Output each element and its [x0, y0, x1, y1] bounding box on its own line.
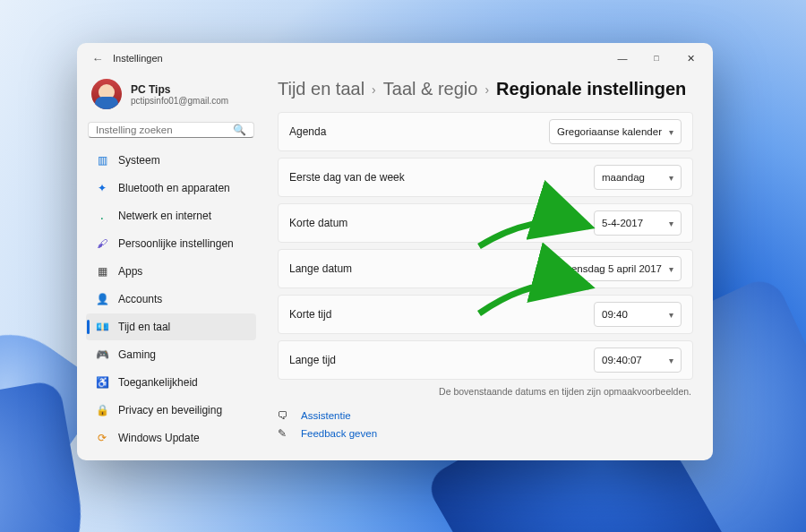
sidebar-item-apps[interactable]: ▦ Apps [86, 258, 256, 285]
dropdown-value: 09:40:07 [602, 355, 662, 365]
chevron-right-icon: › [484, 82, 489, 97]
sidebar-item-label: Apps [118, 265, 142, 278]
nav: ▥ Systeem ✦ Bluetooth en apparaten ꓸ Net… [86, 147, 256, 451]
grid-icon: ▦ [95, 265, 109, 278]
bluetooth-icon: ✦ [95, 182, 109, 194]
help-label: Feedback geven [301, 428, 377, 439]
row-long-date: Lange datum woensdag 5 april 2017 ▾ [278, 249, 693, 288]
chevron-down-icon: ▾ [669, 264, 673, 274]
minimize-button[interactable]: — [605, 46, 639, 71]
breadcrumb-current: Regionale instellingen [496, 79, 686, 99]
chevron-down-icon: ▾ [669, 219, 673, 228]
row-long-time: Lange tijd 09:40:07 ▾ [278, 340, 693, 380]
breadcrumb-language-region[interactable]: Taal & regio [383, 79, 478, 99]
chevron-right-icon: › [372, 82, 376, 97]
window-title: Instellingen [113, 53, 163, 64]
row-short-time: Korte tijd 09:40 ▾ [278, 295, 693, 334]
row-first-day: Eerste dag van de week maandag ▾ [278, 158, 693, 197]
sidebar-item-gaming[interactable]: 🎮 Gaming [86, 341, 256, 368]
dropdown-value: Gregoriaanse kalender [557, 126, 662, 137]
chevron-down-icon: ▾ [669, 310, 673, 320]
account-block[interactable]: PC Tips pctipsinfo01@gmail.com [86, 73, 256, 120]
account-email: pctipsinfo01@gmail.com [131, 96, 228, 106]
clock-globe-icon: 💶 [95, 321, 109, 333]
display-icon: ▥ [95, 154, 109, 167]
search-input[interactable] [96, 124, 233, 135]
format-note: De bovenstaande datums en tijden zijn op… [278, 386, 691, 397]
dropdown-value: 09:40 [602, 309, 662, 320]
maximize-button[interactable]: □ [639, 46, 673, 71]
sidebar-item-label: Systeem [118, 154, 160, 167]
assist-icon: 🗨 [278, 409, 292, 422]
back-button[interactable]: ← [88, 52, 107, 65]
dropdown-agenda[interactable]: Gregoriaanse kalender ▾ [549, 119, 682, 144]
sidebar-item-label: Netwerk en internet [118, 210, 211, 222]
sidebar-item-label: Gaming [118, 348, 156, 361]
row-label: Lange datum [289, 262, 550, 275]
avatar [91, 79, 122, 109]
shield-icon: 🔒 [95, 404, 109, 416]
main-content: Tijd en taal › Taal & regio › Regionale … [265, 73, 713, 460]
chevron-down-icon: ▾ [669, 127, 673, 137]
row-label: Korte datum [289, 217, 594, 229]
sidebar-item-label: Windows Update [118, 432, 200, 444]
sidebar-item-windows-update[interactable]: ⟳ Windows Update [86, 425, 256, 451]
help-feedback[interactable]: ✎ Feedback geven [278, 427, 693, 440]
sidebar-item-label: Privacy en beveiliging [118, 404, 222, 416]
feedback-icon: ✎ [278, 427, 292, 440]
accessibility-icon: ♿ [95, 376, 109, 389]
help-label: Assistentie [301, 410, 351, 421]
sidebar: PC Tips pctipsinfo01@gmail.com 🔍 ▥ Syste… [77, 73, 265, 460]
dropdown-first-day[interactable]: maandag ▾ [594, 165, 682, 190]
chevron-down-icon: ▾ [669, 173, 673, 183]
sidebar-item-system[interactable]: ▥ Systeem [86, 147, 256, 174]
settings-window: ← Instellingen — □ ✕ PC Tips pctipsinfo0… [77, 43, 713, 460]
dropdown-value: maandag [602, 172, 662, 183]
sidebar-item-label: Persoonlijke instellingen [118, 237, 234, 250]
sidebar-item-accessibility[interactable]: ♿ Toegankelijkheid [86, 369, 256, 396]
sidebar-item-label: Tijd en taal [118, 321, 170, 333]
sidebar-item-label: Toegankelijkheid [118, 376, 198, 389]
row-short-date: Korte datum 5-4-2017 ▾ [278, 203, 693, 243]
help-assistance[interactable]: 🗨 Assistentie [278, 409, 693, 422]
dropdown-long-time[interactable]: 09:40:07 ▾ [594, 348, 682, 373]
sidebar-item-label: Bluetooth en apparaten [118, 182, 230, 194]
sidebar-item-label: Accounts [118, 293, 162, 305]
dropdown-short-date[interactable]: 5-4-2017 ▾ [594, 210, 682, 236]
dropdown-long-date[interactable]: woensdag 5 april 2017 ▾ [550, 256, 682, 281]
row-label: Korte tijd [289, 308, 594, 321]
search-box[interactable]: 🔍 [88, 122, 254, 138]
brush-icon: 🖌 [95, 237, 109, 250]
sidebar-item-time-language[interactable]: 💶 Tijd en taal [86, 313, 256, 340]
breadcrumb: Tijd en taal › Taal & regio › Regionale … [278, 73, 693, 112]
dropdown-value: woensdag 5 april 2017 [558, 263, 662, 274]
sidebar-item-privacy[interactable]: 🔒 Privacy en beveiliging [86, 397, 256, 424]
titlebar: ← Instellingen — □ ✕ [77, 43, 713, 73]
sidebar-item-personalization[interactable]: 🖌 Persoonlijke instellingen [86, 230, 256, 257]
breadcrumb-time-language[interactable]: Tijd en taal [278, 79, 364, 99]
dropdown-value: 5-4-2017 [602, 218, 662, 228]
row-label: Eerste dag van de week [289, 171, 594, 184]
account-name: PC Tips [131, 83, 228, 96]
close-button[interactable]: ✕ [673, 46, 707, 71]
person-icon: 👤 [95, 293, 109, 305]
row-agenda: Agenda Gregoriaanse kalender ▾ [278, 112, 693, 151]
row-label: Lange tijd [289, 354, 594, 366]
dropdown-short-time[interactable]: 09:40 ▾ [594, 302, 682, 327]
window-controls: — □ ✕ [605, 46, 707, 71]
sidebar-item-bluetooth[interactable]: ✦ Bluetooth en apparaten [86, 175, 256, 202]
row-label: Agenda [289, 125, 549, 138]
chevron-down-icon: ▾ [669, 356, 673, 365]
sidebar-item-network[interactable]: ꓸ Netwerk en internet [86, 202, 256, 229]
gamepad-icon: 🎮 [95, 348, 109, 361]
search-icon: 🔍 [233, 124, 246, 136]
sidebar-item-accounts[interactable]: 👤 Accounts [86, 286, 256, 313]
update-icon: ⟳ [95, 432, 109, 444]
wifi-icon: ꓸ [95, 210, 109, 222]
